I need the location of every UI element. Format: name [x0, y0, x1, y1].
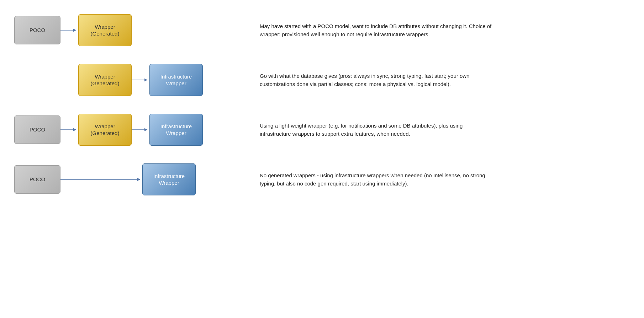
- arrow-1: [60, 126, 78, 133]
- long-arrow: [60, 176, 142, 183]
- arrow: [132, 76, 149, 83]
- description-2: Go with what the database gives (pros: a…: [246, 72, 495, 88]
- poco-box: POCO: [14, 115, 60, 144]
- description-4: No generated wrappers - using infrastruc…: [246, 171, 495, 188]
- wrapper-box: Wrapper (Generated): [78, 64, 132, 96]
- arrow-2: [132, 126, 149, 133]
- nodes-area-1: POCO Wrapper (Generated): [14, 14, 246, 46]
- infra-wrapper-box: Infrastructure Wrapper: [149, 64, 203, 96]
- diagram-row-3: POCO Wrapper (Generated) Infrastructure …: [14, 110, 630, 149]
- diagram-row-2: Wrapper (Generated) Infrastructure Wrapp…: [14, 60, 630, 99]
- infra-wrapper-box: Infrastructure Wrapper: [142, 163, 196, 195]
- nodes-area-4: POCO Infrastructure Wrapper: [14, 163, 246, 195]
- nodes-area-3: POCO Wrapper (Generated) Infrastructure …: [14, 114, 246, 146]
- poco-box: POCO: [14, 16, 60, 44]
- nodes-area-2: Wrapper (Generated) Infrastructure Wrapp…: [14, 64, 246, 96]
- diagram-row-1: POCO Wrapper (Generated)May have started…: [14, 11, 630, 50]
- description-1: May have started with a POCO model, want…: [246, 22, 495, 39]
- description-3: Using a light-weight wrapper (e.g. for n…: [246, 122, 495, 138]
- wrapper-box: Wrapper (Generated): [78, 114, 132, 146]
- arrow: [60, 27, 78, 34]
- infra-wrapper-box: Infrastructure Wrapper: [149, 114, 203, 146]
- poco-box: POCO: [14, 165, 60, 194]
- wrapper-box: Wrapper (Generated): [78, 14, 132, 46]
- diagram-container: POCO Wrapper (Generated)May have started…: [14, 11, 630, 199]
- diagram-row-4: POCO Infrastructure WrapperNo generated …: [14, 160, 630, 199]
